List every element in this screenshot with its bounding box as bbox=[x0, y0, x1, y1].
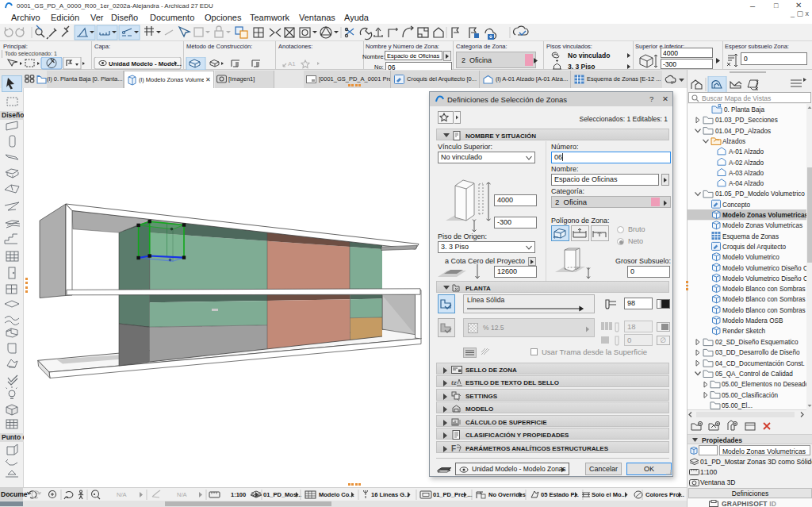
svg-text:F: F bbox=[451, 444, 456, 453]
svg-text:Modelo Blanco con Sombras: Modelo Blanco con Sombras bbox=[722, 296, 806, 303]
svg-text:1:100: 1:100 bbox=[231, 491, 246, 498]
svg-text:05_QA_Control de Calidad: 05_QA_Control de Calidad bbox=[715, 371, 793, 378]
svg-text:Solo el Mo...: Solo el Mo... bbox=[592, 491, 626, 498]
svg-text:Croquis del Arquitecto: Croquis del Arquitecto bbox=[722, 244, 787, 251]
svg-text:02_SD_Diseño Esquematico: 02_SD_Diseño Esquematico bbox=[715, 339, 799, 346]
svg-text:A-01 Alzado: A-01 Alzado bbox=[729, 148, 764, 156]
svg-text:0. Planta Baja: 0. Planta Baja bbox=[724, 106, 764, 113]
svg-text:Modelo Volumetrico Diseño Opc: Modelo Volumetrico Diseño Opc bbox=[722, 265, 806, 272]
svg-text:Modelo Zonas Volumetricas: Modelo Zonas Volumetricas bbox=[722, 222, 802, 229]
svg-text:Concepto: Concepto bbox=[722, 202, 750, 209]
svg-text:A1: A1 bbox=[288, 60, 296, 67]
svg-text:tz: tz bbox=[451, 379, 457, 386]
svg-text:Render Sketch: Render Sketch bbox=[722, 328, 766, 335]
svg-text:05.00_El...: 05.00_El... bbox=[722, 402, 753, 409]
svg-text:Modelo Volumetrico Diseño Opc: Modelo Volumetrico Diseño Opc bbox=[722, 275, 806, 282]
svg-text:N/A: N/A bbox=[177, 491, 187, 498]
svg-text:01.03_PD_Secciones: 01.03_PD_Secciones bbox=[715, 117, 778, 124]
svg-text:N/A: N/A bbox=[117, 491, 127, 498]
svg-text:Modelo Volumetrico: Modelo Volumetrico bbox=[722, 254, 779, 261]
svg-text:05.00_Elementos no Deseados: 05.00_Elementos no Deseados bbox=[722, 381, 806, 388]
svg-text:05.00_Clasificación: 05.00_Clasificación bbox=[722, 392, 778, 399]
svg-text:Unidad Modelo - Model...: Unidad Modelo - Model... bbox=[109, 60, 182, 67]
svg-text:Esquema de Zonas: Esquema de Zonas bbox=[722, 233, 779, 240]
svg-text:04_CD_Documentación Const.: 04_CD_Documentación Const. bbox=[715, 360, 805, 367]
svg-text:03_DD_Desarrollo de Diseño: 03_DD_Desarrollo de Diseño bbox=[715, 349, 800, 356]
svg-text:Modelo Blanco con Sombras: Modelo Blanco con Sombras bbox=[722, 307, 806, 314]
svg-text:No vinculado: No vinculado bbox=[568, 52, 610, 60]
svg-text:01.05_PD_Modelo Volumetrico: 01.05_PD_Modelo Volumetrico bbox=[715, 190, 805, 198]
svg-text:A-04 Alzado: A-04 Alzado bbox=[729, 180, 764, 187]
svg-text:A-03 Alzado: A-03 Alzado bbox=[729, 170, 764, 177]
svg-text:16 Líneas G...: 16 Líneas G... bbox=[371, 491, 409, 498]
svg-text:05 Estado P...: 05 Estado P... bbox=[541, 491, 579, 498]
svg-text:A-02 Alzado: A-02 Alzado bbox=[729, 159, 764, 167]
svg-text:Modelo Zonas Volumetricas: Modelo Zonas Volumetricas bbox=[722, 212, 806, 219]
svg-text:Modelo Madera OSB: Modelo Madera OSB bbox=[722, 317, 783, 325]
svg-text:Colores Pro...: Colores Pro... bbox=[645, 491, 684, 498]
svg-text:Modelo Co...: Modelo Co... bbox=[319, 491, 354, 498]
svg-text:Modelo Blanco con Sombras: Modelo Blanco con Sombras bbox=[722, 286, 806, 293]
svg-text:01.04_PD_Alzados: 01.04_PD_Alzados bbox=[715, 128, 771, 135]
svg-text:Alzados: Alzados bbox=[722, 138, 745, 145]
